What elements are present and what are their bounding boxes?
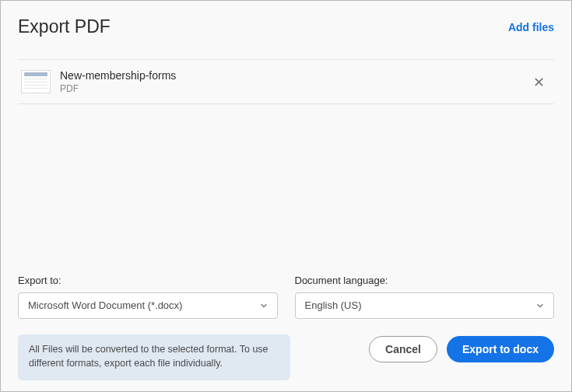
dialog-header: Export PDF Add files [18, 16, 554, 37]
export-to-group: Export to: Microsoft Word Document (*.do… [18, 275, 278, 319]
file-thumbnail-icon [21, 70, 51, 93]
document-language-select[interactable]: English (US) [295, 292, 555, 319]
export-pdf-dialog: Export PDF Add files New-membership-form… [0, 0, 572, 392]
close-icon [534, 77, 544, 87]
file-info: New-membership-forms PDF [60, 69, 521, 94]
file-list: New-membership-forms PDF [18, 59, 554, 104]
export-to-value: Microsoft Word Document (*.docx) [28, 299, 182, 311]
file-row: New-membership-forms PDF [18, 60, 554, 103]
document-language-label: Document language: [295, 275, 555, 286]
export-to-select[interactable]: Microsoft Word Document (*.docx) [18, 292, 278, 319]
file-name: New-membership-forms [60, 69, 521, 82]
document-language-group: Document language: English (US) [295, 275, 555, 319]
chevron-down-icon [536, 302, 544, 310]
controls-row: Export to: Microsoft Word Document (*.do… [18, 275, 554, 319]
format-hint-tooltip: All Files will be converted to the selec… [18, 334, 290, 381]
document-language-value: English (US) [305, 299, 362, 311]
chevron-down-icon [260, 302, 268, 310]
export-button[interactable]: Export to docx [447, 336, 554, 362]
file-type: PDF [60, 83, 521, 94]
remove-file-button[interactable] [531, 74, 546, 89]
dialog-actions: Cancel Export to docx [369, 336, 554, 362]
footer-row: All Files will be converted to the selec… [18, 334, 554, 381]
cancel-button[interactable]: Cancel [369, 336, 437, 362]
add-files-link[interactable]: Add files [508, 21, 554, 33]
dialog-title: Export PDF [18, 16, 111, 37]
export-to-label: Export to: [18, 275, 278, 286]
bottom-area: Export to: Microsoft Word Document (*.do… [18, 275, 554, 381]
